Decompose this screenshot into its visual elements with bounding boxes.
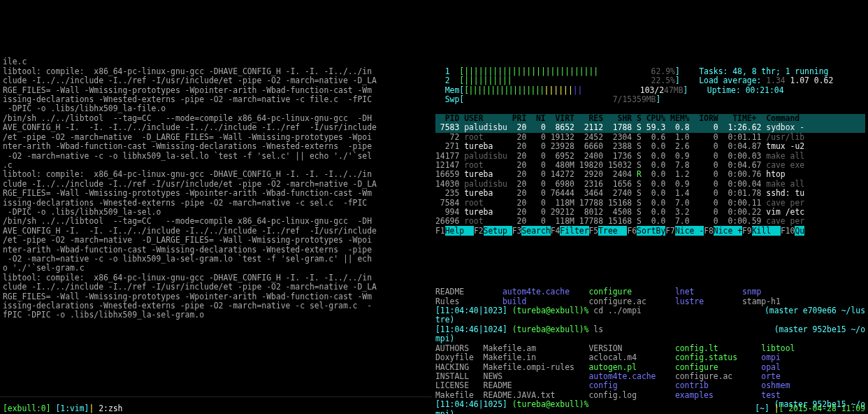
file-entry: Makefile.am bbox=[484, 343, 589, 353]
tmux-date: [ 2015-04-28 11:09 bbox=[779, 404, 865, 413]
fkey-label[interactable]: Search bbox=[521, 226, 550, 236]
file-entry: README bbox=[435, 287, 502, 297]
file-entry: config.lt bbox=[675, 343, 761, 353]
cpu-bar: [|||||||||||||||||||||||||||| bbox=[459, 66, 598, 76]
tmux-status-bar[interactable]: [exbull:0] [1:vim]| 2:zsh [~] |[ 2015-04… bbox=[0, 404, 868, 413]
process-row[interactable]: 7584 root 20 0 118M 17788 15168 S 0.0 7.… bbox=[435, 199, 865, 208]
file-entry: aclocal.m4 bbox=[588, 352, 674, 362]
tmux-session[interactable]: [exbull:0] bbox=[3, 404, 51, 413]
tmux-cwd: [~] bbox=[755, 404, 774, 413]
mem-total: 47MB bbox=[664, 85, 683, 95]
fkey-label[interactable]: Tree bbox=[598, 226, 627, 236]
process-row[interactable]: 994 tureba 20 0 29212 8012 4508 S 0.0 3.… bbox=[435, 208, 865, 217]
fkey-label[interactable]: Nice - bbox=[675, 226, 704, 236]
file-entry: NEWS bbox=[484, 371, 589, 381]
fkey[interactable]: F6 bbox=[627, 226, 637, 236]
mem-bar: [||||||||||||||||| bbox=[464, 85, 544, 95]
process-row[interactable]: 235 tureba 20 0 76444 3464 2740 S 0.0 1.… bbox=[435, 189, 865, 198]
process-row[interactable]: 14030 paludisbu 20 0 6980 2316 1656 S 0.… bbox=[435, 180, 865, 189]
fkey-label[interactable]: Setup bbox=[484, 226, 512, 236]
process-row[interactable]: 14177 paludisbu 20 0 6952 2400 1736 S 0.… bbox=[435, 152, 865, 161]
file-entry: lustre bbox=[675, 297, 742, 306]
cpu-label: 1 bbox=[435, 66, 459, 76]
file-entry: build bbox=[502, 297, 588, 306]
fkey[interactable]: F5 bbox=[589, 226, 599, 236]
file-entry: configure.ac bbox=[588, 297, 674, 306]
fkey[interactable]: F7 bbox=[665, 226, 675, 236]
file-entry: README bbox=[484, 380, 589, 390]
separator bbox=[0, 397, 432, 397]
file-entry: stamp-h1 bbox=[742, 297, 790, 306]
uptime: Uptime: 00:21:04 bbox=[707, 85, 784, 95]
file-entry: orte bbox=[761, 371, 809, 381]
file-entry: opal bbox=[761, 362, 809, 372]
mem-label: Mem bbox=[435, 85, 459, 95]
file-entry: oshmem bbox=[761, 380, 809, 390]
mem-used: 103/2 bbox=[640, 85, 664, 95]
file-entry: configure bbox=[675, 362, 761, 372]
file-entry: autogen.pl bbox=[588, 362, 674, 372]
file-entry: autom4te.cache bbox=[502, 287, 588, 297]
file-entry: config bbox=[588, 380, 674, 390]
fkey[interactable]: F1 bbox=[435, 226, 445, 236]
fkey[interactable]: F2 bbox=[474, 226, 484, 236]
process-row[interactable]: 16659 tureba 20 0 14272 2920 2404 R 0.0 … bbox=[435, 170, 865, 179]
htop-function-bar[interactable]: F1Help F2Setup F3SearchF4FilterF5Tree F6… bbox=[435, 227, 865, 236]
file-entry: Makefile.ompi-rules bbox=[484, 362, 589, 372]
tmux-window[interactable]: 2:zsh bbox=[94, 404, 127, 413]
file-entry: config.status bbox=[675, 352, 761, 362]
cpu-pct: 62.9% bbox=[651, 66, 675, 76]
htop[interactable]: 1 [|||||||||||||||||||||||||||| 62.9%] T… bbox=[433, 56, 868, 267]
fkey-label[interactable]: Filter bbox=[560, 226, 588, 236]
file-entry: LICENSE bbox=[435, 380, 484, 390]
file-entry: INSTALL bbox=[435, 371, 484, 381]
file-entry: README.JAVA.txt bbox=[484, 390, 589, 400]
htop-process-list[interactable]: 7583 paludisbu 20 0 8652 2112 1788 S 59.… bbox=[435, 123, 865, 226]
fkey[interactable]: F4 bbox=[551, 226, 560, 236]
file-entry: ompi bbox=[761, 352, 809, 362]
cpu-bar: [|||||||||| bbox=[459, 76, 512, 85]
fkey[interactable]: F8 bbox=[704, 226, 714, 236]
file-entry: configure bbox=[588, 287, 674, 297]
compile-output: ile.c libtool: compile: x86_64-pc-linux-… bbox=[0, 56, 432, 378]
file-entry: libtool bbox=[761, 343, 809, 353]
process-row[interactable]: 72 root 20 0 19132 2452 2304 S 0.6 1.0 0… bbox=[435, 133, 865, 142]
file-entry: Doxyfile bbox=[435, 352, 484, 362]
file-entry: configure.ac bbox=[675, 371, 761, 381]
swp-label: Swp bbox=[435, 94, 459, 104]
load-label: Load average: bbox=[699, 76, 766, 85]
fkey-label[interactable]: Nice + bbox=[714, 226, 742, 236]
tmux-window-active[interactable]: [1:vim] bbox=[51, 404, 89, 413]
file-entry: Rules bbox=[435, 297, 502, 306]
fkey-label[interactable]: SortBy bbox=[637, 226, 665, 236]
fkey[interactable]: F9 bbox=[742, 226, 752, 236]
shell-pane[interactable]: README autom4te.cache configure lnet snm… bbox=[433, 286, 868, 414]
file-entry: AUTHORS bbox=[435, 343, 484, 353]
file-entry: VERSION bbox=[588, 343, 674, 353]
process-row[interactable]: 12147 root 20 0 480M 19820 15032 S 0.0 7… bbox=[435, 161, 865, 170]
tasks: Tasks: 48, 8 thr; 1 running bbox=[699, 66, 828, 76]
fkey-label[interactable]: Help bbox=[445, 226, 474, 236]
file-entry: Makefile bbox=[435, 390, 484, 400]
cpu-pct: 22.5% bbox=[651, 76, 675, 85]
file-entry: HACKING bbox=[435, 362, 484, 372]
file-entry: Makefile.in bbox=[484, 352, 589, 362]
fkey[interactable]: F3 bbox=[512, 226, 522, 236]
file-entry: autom4te.cache bbox=[588, 371, 674, 381]
cpu-label: 2 bbox=[435, 76, 459, 85]
file-entry: examples bbox=[675, 390, 761, 400]
file-entry: config.log bbox=[588, 390, 674, 400]
file-entry: snmp bbox=[742, 287, 790, 297]
fkey[interactable]: F10 bbox=[781, 226, 795, 236]
file-entry: lnet bbox=[675, 287, 742, 297]
process-row[interactable]: 7583 paludisbu 20 0 8652 2112 1788 S 59.… bbox=[435, 123, 865, 132]
file-entry: test bbox=[761, 390, 809, 400]
swp-val: 7/15359MB bbox=[613, 94, 656, 104]
htop-header[interactable]: PID USER PRI NI VIRT RES SHR S CPU% MEM%… bbox=[435, 114, 865, 123]
file-entry: contrib bbox=[675, 380, 761, 390]
process-row[interactable]: 271 tureba 20 0 23928 6660 2388 S 0.0 2.… bbox=[435, 142, 865, 151]
fkey-label[interactable]: Qu bbox=[795, 226, 804, 236]
fkey-label[interactable]: Kill bbox=[752, 226, 781, 236]
process-row[interactable]: 26696 root 20 0 118M 17788 15168 S 0.0 7… bbox=[435, 217, 865, 226]
